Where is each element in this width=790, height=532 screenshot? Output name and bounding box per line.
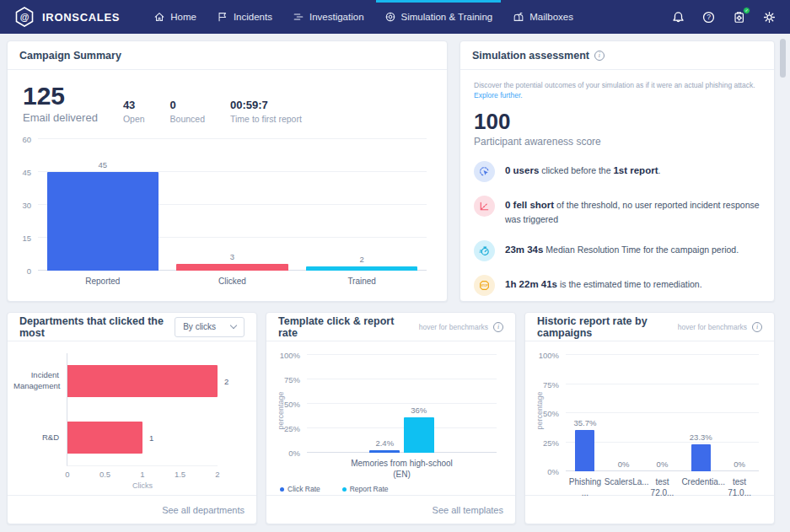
- value-label: 2: [224, 377, 228, 386]
- notifications-button[interactable]: [671, 10, 685, 24]
- x-tick-label: 2: [215, 470, 219, 479]
- info-icon[interactable]: i: [493, 322, 503, 332]
- benchmarks-hint: hover for benchmarks: [678, 323, 747, 331]
- campaign-stats: 125 Email delivered 43 Open 0 Bounced 00…: [8, 70, 447, 127]
- chevron-down-icon: [230, 322, 237, 329]
- category-label: R&D: [13, 432, 59, 443]
- template-rates-chart[interactable]: 0%25%50%75%100%Memories from high-school…: [271, 345, 507, 495]
- category-label: Clicked: [168, 276, 298, 287]
- category-label: Reported: [38, 276, 168, 287]
- simulation-assessment-card: Simulation assessment i Discover the pot…: [459, 40, 775, 302]
- flag-icon: [217, 11, 228, 23]
- y-axis-label: percentage: [277, 373, 285, 449]
- see-all-templates-link[interactable]: See all templates: [433, 505, 503, 515]
- stat-time-to-first-report: 00:59:7 Time to first report: [230, 99, 302, 124]
- value-label: 1: [149, 433, 153, 442]
- card-title: Departments that clicked the most: [19, 315, 169, 339]
- bar[interactable]: [404, 417, 434, 453]
- ironscales-logo-icon: @: [13, 6, 35, 28]
- info-icon[interactable]: i: [752, 322, 762, 332]
- x-tick-label: 1: [140, 470, 144, 479]
- gear-icon: [762, 10, 777, 24]
- bell-icon: [671, 10, 685, 24]
- y-tick-label: 0%: [530, 467, 559, 476]
- brand-name: IRONSCALES: [42, 11, 120, 24]
- svg-text:@: @: [20, 12, 30, 22]
- category-label: ScalersLa...: [605, 476, 643, 487]
- help-icon: ?: [701, 10, 716, 24]
- nav-item-mailboxes[interactable]: Mailboxes: [502, 0, 583, 34]
- bar[interactable]: [176, 264, 288, 271]
- stat-email-delivered: 125 Email delivered: [23, 83, 98, 124]
- departments-card: Departments that clicked the most By cli…: [7, 312, 257, 524]
- info-icon[interactable]: i: [594, 51, 605, 61]
- benchmarks-hint: hover for benchmarks: [419, 323, 488, 331]
- value-label: 0%: [718, 459, 760, 469]
- stopwatch-icon: [474, 240, 495, 261]
- x-tick-label: 0.5: [99, 470, 110, 479]
- svg-text:STOP: STOP: [481, 284, 488, 287]
- y-tick-label: 0%: [271, 449, 300, 458]
- nav-items: Home Incidents Investigation Simulation …: [143, 0, 583, 34]
- value-label: 23.3%: [680, 433, 722, 442]
- badge-check: ✓: [743, 7, 750, 14]
- bar[interactable]: [67, 422, 142, 454]
- departments-clicks-chart[interactable]: Incident Management2R&D100.511.52Clicks: [13, 348, 246, 495]
- brand[interactable]: @ IRONSCALES: [13, 0, 120, 34]
- nav-item-incidents[interactable]: Incidents: [207, 0, 282, 34]
- settings-button[interactable]: [762, 10, 777, 24]
- category-label: test 71.0...: [720, 476, 759, 498]
- chart-legend: Click RateReport Rate: [280, 485, 389, 493]
- assessment-item-remediation: STOP 1h 22m 41s is the estimated time to…: [474, 275, 760, 296]
- value-label: 2: [282, 255, 440, 264]
- bar[interactable]: [691, 444, 711, 471]
- historic-report-rate-card: Historic report rate by campaigns hover …: [524, 312, 775, 524]
- stat-value: 43: [123, 99, 145, 111]
- bar[interactable]: [575, 430, 594, 471]
- value-label: 45: [24, 160, 181, 169]
- y-tick-label: 0: [16, 266, 31, 276]
- stat-value: 00:59:7: [230, 99, 302, 111]
- dropdown-value: By clicks: [183, 322, 216, 331]
- scrollbar-thumb[interactable]: [780, 39, 786, 78]
- explore-further-link[interactable]: Explore further.: [474, 91, 760, 99]
- y-tick-label: 30: [16, 201, 31, 210]
- y-tick-label: 100%: [530, 351, 559, 360]
- template-rates-card: Template click & report rate hover for b…: [266, 312, 516, 524]
- dashboard: Campaign Summary 125 Email delivered 43 …: [0, 34, 790, 524]
- assessment-text: 0 fell short of the threshold, no user r…: [505, 196, 760, 226]
- y-tick-label: 100%: [271, 351, 300, 360]
- card-title: Template click & report rate: [278, 315, 414, 339]
- campaign-results-chart[interactable]: 015304560Reported45Clicked3Trained2: [16, 131, 433, 289]
- bar[interactable]: [306, 266, 417, 271]
- awareness-score: 100: [474, 110, 760, 132]
- value-label: 35.7%: [564, 418, 606, 427]
- campaign-summary-card: Campaign Summary 125 Email delivered 43 …: [7, 40, 448, 302]
- policy-tasks-button[interactable]: ✓: [732, 10, 746, 24]
- category-label: test 72.0...: [643, 476, 682, 498]
- x-tick-label: 0: [65, 470, 69, 479]
- bar[interactable]: [47, 172, 159, 271]
- nav-item-investigation[interactable]: Investigation: [282, 0, 374, 34]
- value-label: 0%: [641, 459, 683, 469]
- nav-item-home[interactable]: Home: [143, 0, 207, 34]
- stat-label: Open: [123, 114, 145, 124]
- mailbox-icon: [513, 11, 524, 23]
- card-title: Campaign Summary: [19, 50, 121, 62]
- category-label: Phishing ...: [566, 476, 605, 498]
- nav-item-simulation-training[interactable]: Simulation & Training: [374, 0, 503, 34]
- assessment-text: 23m 34s Median Resolution Time for the c…: [505, 240, 739, 257]
- see-all-departments-link[interactable]: See all departments: [162, 505, 245, 515]
- historic-report-chart[interactable]: 0%25%50%75%100%Phishing ...35.7%ScalersL…: [530, 345, 766, 495]
- bar[interactable]: [369, 450, 400, 453]
- top-navbar: @ IRONSCALES Home Incidents Investigatio…: [0, 0, 790, 34]
- stat-value: 0: [170, 99, 205, 111]
- category-label: Credentia...: [681, 476, 720, 487]
- sort-dropdown[interactable]: By clicks: [175, 317, 245, 337]
- stat-label: Bounced: [170, 114, 205, 124]
- card-title: Historic report rate by campaigns: [537, 315, 673, 339]
- stop-sign-icon: STOP: [474, 275, 495, 296]
- help-button[interactable]: ?: [701, 10, 716, 24]
- x-tick-label: 1.5: [175, 470, 185, 479]
- bar[interactable]: [67, 365, 218, 397]
